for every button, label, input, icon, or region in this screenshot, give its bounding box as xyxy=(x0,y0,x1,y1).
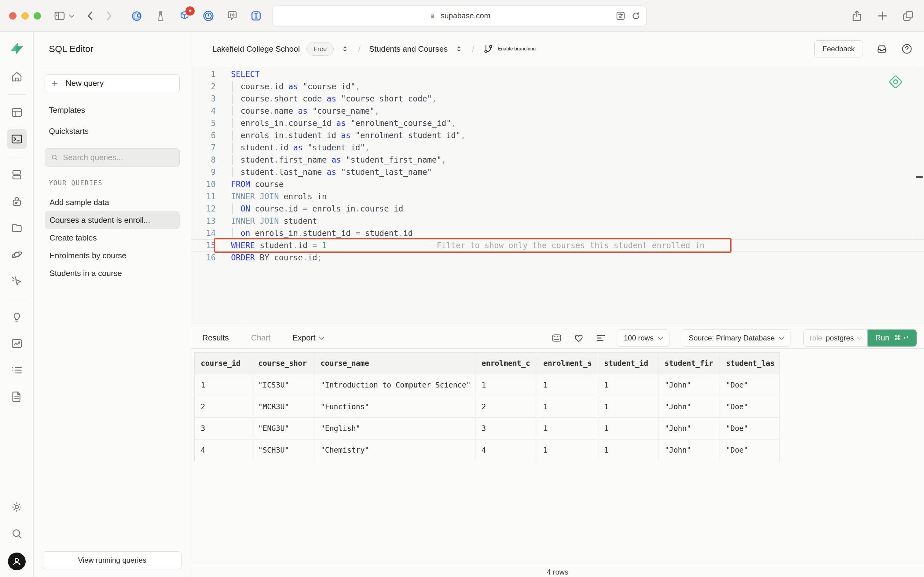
table-cell[interactable]: 4 xyxy=(195,440,252,461)
code-line-7[interactable]: 7 student.id as "student_id", xyxy=(191,142,924,154)
table-cell[interactable]: "John" xyxy=(658,374,720,396)
query-item[interactable]: Students in a course xyxy=(45,264,180,282)
annotate-extension-icon[interactable] xyxy=(226,10,239,22)
branch-name[interactable]: Students and Courses xyxy=(369,44,448,54)
code-line-4[interactable]: 4 course.name as "course_name", xyxy=(191,105,924,117)
table-cell[interactable]: 1 xyxy=(537,396,598,417)
tab-chart[interactable]: Chart xyxy=(240,327,282,348)
column-header[interactable]: student_id xyxy=(598,353,658,374)
package-extension-icon[interactable]: ♥ xyxy=(178,10,191,22)
column-header[interactable]: student_fir xyxy=(658,353,720,374)
code-line-9[interactable]: 9 student.last_name as "student_last_nam… xyxy=(191,166,924,178)
rail-item-table-editor[interactable] xyxy=(7,102,27,122)
table-cell[interactable]: 3 xyxy=(475,418,537,439)
sidebar-item-quickstarts[interactable]: Quickstarts xyxy=(49,127,180,136)
code-line-16[interactable]: 16ORDER BY course.id; xyxy=(191,251,924,264)
tab-overview-icon[interactable] xyxy=(901,9,915,23)
project-select-chevrons-icon[interactable] xyxy=(340,44,349,53)
forward-button[interactable] xyxy=(102,10,115,22)
user-avatar[interactable] xyxy=(8,553,26,570)
reload-icon[interactable] xyxy=(630,10,641,21)
query-item[interactable]: Courses a student is enroll... xyxy=(45,211,180,229)
new-query-button[interactable]: + New query xyxy=(45,74,180,92)
code-line-15[interactable]: 15WHERE student.id = 1 -- Filter to show… xyxy=(191,239,924,251)
table-cell[interactable]: 1 xyxy=(598,396,658,417)
table-cell[interactable]: "Functions" xyxy=(314,396,475,417)
code-line-6[interactable]: 6 enrols_in.student_id as "enrolment_stu… xyxy=(191,129,924,142)
sql-code-editor[interactable]: 1SELECT2 course.id as "course_id",3 cour… xyxy=(191,66,924,327)
code-line-12[interactable]: 12 ON course.id = enrols_in.course_id xyxy=(191,203,924,215)
table-cell[interactable]: "Doe" xyxy=(720,418,780,439)
toolbar-chevron-down-icon[interactable] xyxy=(69,12,74,18)
code-line-13[interactable]: 13INNER JOIN student xyxy=(191,215,924,227)
table-cell[interactable]: 2 xyxy=(475,396,537,417)
table-cell[interactable]: "Chemistry" xyxy=(314,440,475,461)
favorite-heart-icon[interactable] xyxy=(573,332,584,344)
run-query-button[interactable]: Run ⌘ ↵ xyxy=(868,329,917,347)
table-cell[interactable]: 1 xyxy=(598,374,658,396)
table-cell[interactable]: "ENG3U" xyxy=(252,418,314,439)
rail-item-api-docs[interactable] xyxy=(7,387,27,407)
role-button[interactable]: role postgres xyxy=(803,329,868,347)
table-cell[interactable]: "Introduction to Computer Science" xyxy=(314,374,475,396)
format-lines-icon[interactable] xyxy=(595,332,607,344)
table-cell[interactable]: 4 xyxy=(475,440,537,461)
instapaper-extension-icon[interactable] xyxy=(250,10,262,22)
source-database-button[interactable]: Source: Primary Database xyxy=(682,329,790,347)
inbox-icon[interactable] xyxy=(876,43,888,55)
code-line-14[interactable]: 14 on enrols_in.student_id = student.id xyxy=(191,227,924,239)
sidebar-item-templates[interactable]: Templates xyxy=(49,105,180,115)
table-cell[interactable]: "Doe" xyxy=(720,440,780,461)
table-cell[interactable]: "Doe" xyxy=(720,396,780,417)
code-line-3[interactable]: 3 course.short_code as "course_short_cod… xyxy=(191,93,924,105)
address-bar[interactable]: supabase.com xyxy=(272,5,647,26)
zoom-window-button[interactable] xyxy=(34,12,41,19)
column-header[interactable]: course_id xyxy=(195,353,252,374)
code-line-8[interactable]: 8 student.first_name as "student_first_n… xyxy=(191,154,924,166)
export-button[interactable]: Export xyxy=(292,333,324,343)
table-cell[interactable]: "MCR3U" xyxy=(252,396,314,417)
table-cell[interactable]: "John" xyxy=(658,440,720,461)
minimize-window-button[interactable] xyxy=(21,12,29,19)
column-header[interactable]: student_las xyxy=(720,353,780,374)
rail-item-reports[interactable] xyxy=(7,334,27,354)
column-header[interactable]: enrolment_c xyxy=(475,353,537,374)
table-cell[interactable]: 1 xyxy=(537,418,598,439)
table-cell[interactable]: 3 xyxy=(195,418,252,439)
table-cell[interactable]: 1 xyxy=(598,418,658,439)
table-cell[interactable]: 2 xyxy=(195,396,252,417)
code-line-10[interactable]: 10FROM course xyxy=(191,178,924,190)
rail-item-realtime[interactable] xyxy=(7,271,27,291)
code-line-1[interactable]: 1SELECT xyxy=(191,68,924,81)
query-item[interactable]: Enrolments by course xyxy=(45,247,180,264)
table-cell[interactable]: 1 xyxy=(598,440,658,461)
table-cell[interactable]: 1 xyxy=(537,440,598,461)
table-cell[interactable]: "ICS3U" xyxy=(252,374,314,396)
table-cell[interactable]: "English" xyxy=(314,418,475,439)
rail-item-settings[interactable] xyxy=(7,497,27,517)
rail-item-logs[interactable] xyxy=(7,360,27,380)
search-queries-box[interactable] xyxy=(45,148,180,166)
table-cell[interactable]: 1 xyxy=(537,374,598,396)
editor-scrollbar-marker[interactable] xyxy=(916,176,923,178)
tab-results[interactable]: Results xyxy=(191,327,240,348)
rail-item-home[interactable] xyxy=(7,67,27,87)
table-cell[interactable]: "Doe" xyxy=(720,374,780,396)
enable-branching-button[interactable]: Enable branching xyxy=(483,44,536,54)
timer-extension-icon[interactable] xyxy=(130,10,143,22)
branch-select-chevrons-icon[interactable] xyxy=(454,44,464,53)
project-name[interactable]: Lakefield College School xyxy=(212,44,300,54)
code-line-5[interactable]: 5 enrols_in.course_id as "enrolment_cour… xyxy=(191,117,924,129)
table-cell[interactable]: "John" xyxy=(658,418,720,439)
cleaner-extension-icon[interactable] xyxy=(154,10,167,22)
rail-item-search[interactable] xyxy=(7,524,27,544)
sidebar-toggle-icon[interactable] xyxy=(53,10,66,22)
close-window-button[interactable] xyxy=(9,12,16,19)
new-tab-icon[interactable] xyxy=(876,9,889,23)
column-header[interactable]: course_shor xyxy=(252,353,314,374)
help-icon[interactable] xyxy=(901,43,913,55)
share-icon[interactable] xyxy=(850,9,863,23)
rail-item-auth[interactable] xyxy=(7,191,27,211)
table-cell[interactable]: "SCH3U" xyxy=(252,440,314,461)
rail-item-advisors[interactable] xyxy=(7,307,27,327)
